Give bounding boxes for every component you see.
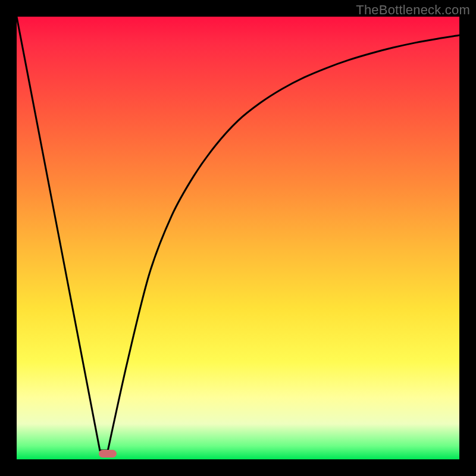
bottleneck-curve	[17, 17, 459, 459]
minimum-marker	[99, 450, 117, 458]
plot-area	[17, 17, 459, 459]
watermark-text: TheBottleneck.com	[356, 2, 470, 18]
chart-frame: TheBottleneck.com	[0, 0, 476, 476]
